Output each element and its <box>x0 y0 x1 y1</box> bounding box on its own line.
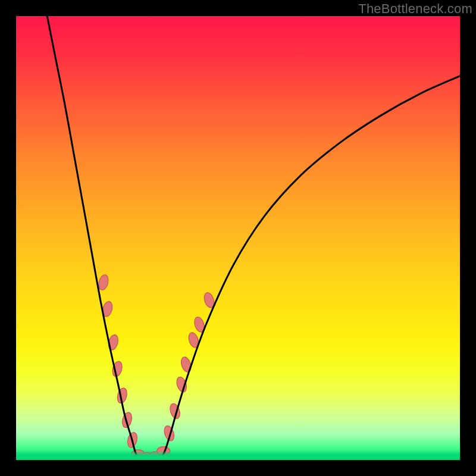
curve-svg <box>16 16 460 460</box>
watermark-label: TheBottleneck.com <box>358 1 472 17</box>
bottleneck-curve <box>47 16 460 459</box>
frame: TheBottleneck.com <box>0 0 476 476</box>
bottom-gradient-mask <box>16 450 460 460</box>
bead-marker <box>98 274 110 291</box>
plot-area <box>16 16 460 460</box>
